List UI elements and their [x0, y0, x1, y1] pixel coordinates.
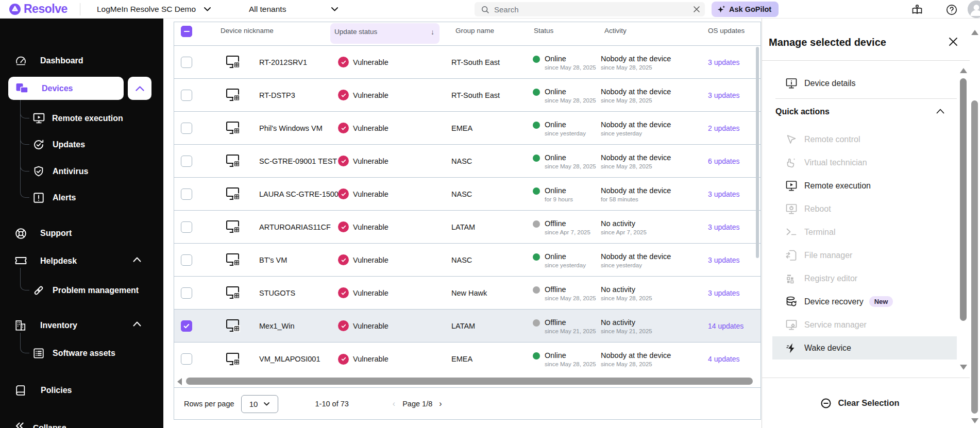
brand-logo[interactable]: Resolve [8, 2, 67, 16]
previous-page-icon[interactable]: ‹ [393, 399, 395, 408]
collapse-sidebar-button[interactable]: Collapse [14, 416, 66, 428]
sidebar-item-support[interactable]: Support [14, 222, 72, 245]
row-checkbox[interactable] [181, 221, 192, 233]
sidebar-item-remote-execution[interactable]: Remote execution [32, 107, 123, 130]
column-header-status[interactable]: Status [533, 22, 601, 35]
device-nickname[interactable]: SC-GTRE-09001 TEST [259, 157, 337, 165]
table-row[interactable]: RT-DSTP3 Vulnerable RT-South East Online… [174, 79, 761, 112]
os-updates-link[interactable]: 3 updates [708, 256, 740, 264]
os-updates-link[interactable]: 2 updates [708, 124, 740, 132]
table-row[interactable]: Mex1_Win Vulnerable LATAM Offline since … [174, 310, 761, 343]
device-nickname[interactable]: STUGOTS [259, 289, 295, 297]
chevron-up-icon[interactable] [133, 257, 142, 266]
page-scrollbar-thumb[interactable] [971, 100, 978, 414]
clear-selection-button[interactable]: Clear Selection [762, 378, 958, 428]
rows-per-page-select[interactable]: 10 [241, 395, 278, 413]
next-page-icon[interactable]: › [439, 399, 442, 408]
quick-action-remote-execution[interactable]: Remote execution [762, 174, 958, 197]
table-row[interactable]: STUGOTS Vulnerable New Hawk Offline sinc… [174, 277, 761, 310]
workspace-menu[interactable]: LogMeIn Resolve SC Demo [97, 0, 211, 19]
row-checkbox[interactable] [181, 320, 192, 332]
device-icon [226, 253, 241, 267]
table-row[interactable]: Phil's Windows VM Vulnerable EMEA Online… [174, 112, 761, 145]
os-updates-link[interactable]: 6 updates [708, 157, 740, 165]
sidebar-item-dashboard[interactable]: Dashboard [14, 49, 83, 72]
sidebar-item-antivirus[interactable]: Antivirus [32, 160, 88, 183]
column-header-os-updates[interactable]: OS updates [708, 22, 761, 35]
row-checkbox[interactable] [181, 254, 192, 266]
row-checkbox[interactable] [181, 353, 192, 365]
sidebar-item-inventory[interactable]: Inventory [14, 314, 77, 337]
device-details-button[interactable]: Device details [762, 72, 958, 95]
device-nickname[interactable]: Mex1_Win [259, 322, 295, 330]
table-row[interactable]: VM_MLAPOSI001 Vulnerable EMEA Online sin… [174, 343, 761, 375]
os-updates-link[interactable]: 14 updates [708, 322, 744, 330]
quick-action-service-manager[interactable]: Service manager [762, 313, 958, 336]
quick-action-remote-control[interactable]: Remote control [762, 128, 958, 151]
learning-center-icon[interactable] [911, 4, 923, 16]
panel-scroll-down-icon[interactable] [960, 365, 967, 370]
select-all-checkbox[interactable] [181, 26, 192, 37]
column-header-activity[interactable]: Activity [601, 22, 708, 35]
page-scroll-up-icon[interactable] [971, 30, 978, 35]
row-checkbox[interactable] [181, 90, 192, 101]
column-header-update-status[interactable]: Update status ↓ [330, 23, 440, 44]
quick-action-virtual-technician[interactable]: Virtual technician [762, 151, 958, 174]
panel-scroll-up-icon[interactable] [960, 68, 967, 73]
sidebar-item-policies[interactable]: Policies [14, 379, 72, 402]
os-updates-link[interactable]: 3 updates [708, 223, 740, 231]
os-updates-link[interactable]: 3 updates [708, 58, 740, 66]
panel-scrollbar-thumb[interactable] [960, 78, 967, 321]
devices-collapse-button[interactable] [128, 77, 151, 100]
help-icon[interactable] [945, 4, 958, 16]
os-updates-link[interactable]: 3 updates [708, 289, 740, 297]
os-updates-link[interactable]: 3 updates [708, 190, 740, 198]
table-row[interactable]: BT's VM Vulnerable NASC Online since yes… [174, 244, 761, 277]
row-checkbox[interactable] [181, 287, 192, 299]
table-row[interactable]: RT-2012SRV1 Vulnerable RT-South East Onl… [174, 46, 761, 79]
column-header-device-nickname[interactable]: Device nickname [218, 22, 338, 35]
sidebar-item-updates[interactable]: Updates [32, 133, 85, 156]
sidebar-item-software-assets[interactable]: Software assets [32, 342, 115, 365]
tenant-menu[interactable]: All tenants [249, 0, 338, 19]
quick-action-wake-device[interactable]: Wake device [772, 336, 957, 359]
scroll-left-icon[interactable] [177, 378, 182, 385]
row-checkbox[interactable] [181, 57, 192, 68]
sidebar-item-problem-management[interactable]: Problem management [32, 279, 139, 302]
quick-action-file-manager[interactable]: File manager [762, 244, 958, 267]
device-nickname[interactable]: RT-DSTP3 [259, 91, 295, 99]
clear-search-icon[interactable] [692, 5, 701, 13]
row-checkbox[interactable] [181, 123, 192, 134]
sidebar-item-helpdesk[interactable]: Helpdesk [14, 250, 77, 272]
search-input[interactable] [494, 5, 692, 14]
row-checkbox[interactable] [181, 189, 192, 200]
sidebar-item-alerts[interactable]: Alerts [32, 186, 76, 209]
os-updates-link[interactable]: 3 updates [708, 91, 740, 99]
horizontal-scroll-thumb[interactable] [186, 378, 753, 385]
table-row[interactable]: LAURA SC-GTRE-15001 Vulnerable NASC Onli… [174, 178, 761, 211]
page-scroll-down-icon[interactable] [971, 418, 978, 423]
chevron-up-icon[interactable] [133, 321, 142, 331]
table-row[interactable]: ARTUROARIAS11CF Vulnerable LATAM Offline… [174, 211, 761, 244]
table-vertical-scrollbar[interactable] [756, 47, 759, 258]
quick-action-device-recovery[interactable]: Device recoveryNew [762, 290, 958, 313]
close-icon[interactable] [948, 36, 961, 49]
row-checkbox[interactable] [181, 156, 192, 167]
device-nickname[interactable]: LAURA SC-GTRE-15001 [259, 190, 343, 198]
search-box[interactable] [475, 2, 705, 16]
device-nickname[interactable]: ARTUROARIAS11CF [259, 223, 331, 231]
column-header-group-name[interactable]: Group name [451, 22, 533, 35]
device-nickname[interactable]: Phil's Windows VM [259, 124, 323, 132]
device-nickname[interactable]: RT-2012SRV1 [259, 58, 307, 66]
chevron-up-icon[interactable] [936, 109, 945, 118]
device-nickname[interactable]: VM_MLAPOSI001 [259, 355, 320, 363]
os-updates-link[interactable]: 4 updates [708, 355, 740, 363]
device-nickname[interactable]: BT's VM [259, 256, 287, 264]
quick-action-reboot[interactable]: Reboot [762, 197, 958, 220]
table-row[interactable]: SC-GTRE-09001 TEST Vulnerable NASC Onlin… [174, 145, 761, 178]
sidebar-item-devices[interactable]: Devices [8, 77, 124, 100]
ask-gopilot-button[interactable]: Ask GoPilot [712, 2, 779, 17]
avatar[interactable] [968, 1, 980, 18]
quick-action-registry-editor[interactable]: Registry editor [762, 267, 958, 290]
quick-action-terminal[interactable]: Terminal [762, 220, 958, 244]
